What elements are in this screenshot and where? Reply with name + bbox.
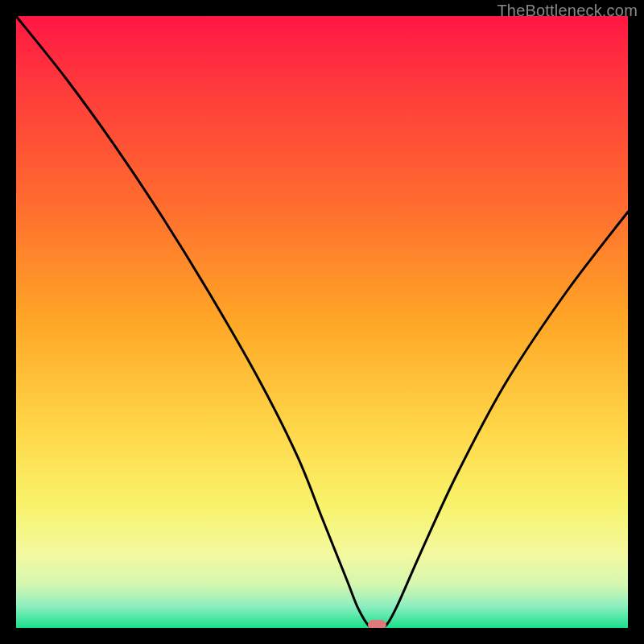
bottleneck-chart xyxy=(16,16,628,628)
watermark-text: TheBottleneck.com xyxy=(497,2,638,20)
gradient-background xyxy=(16,16,628,628)
optimum-marker xyxy=(368,620,386,628)
chart-frame: TheBottleneck.com xyxy=(0,0,644,644)
plot-area xyxy=(16,16,628,628)
